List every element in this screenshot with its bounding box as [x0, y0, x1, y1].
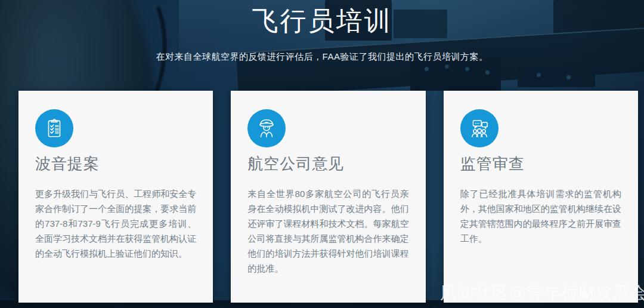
- pilot-icon: [247, 109, 286, 147]
- group-discussion-icon: [460, 109, 499, 147]
- card-body: 更多升级我们与飞行员、工程师和安全专家合作制订了一个全面的提案，要求当前的737…: [35, 186, 196, 261]
- cards-row: 波音提案 更多升级我们与飞行员、工程师和安全专家合作制订了一个全面的提案，要求当…: [18, 91, 638, 303]
- card-title: 监管审查: [460, 153, 621, 174]
- page-subtitle: 在对来自全球航空界的反馈进行评估后，FAA验证了我们提出的飞行员培训方案。: [0, 51, 644, 63]
- clipboard-checklist-icon: [35, 109, 73, 147]
- card-title: 航空公司意见: [247, 153, 408, 174]
- card-boeing-proposal: 波音提案 更多升级我们与飞行员、工程师和安全专家合作制订了一个全面的提案，要求当…: [18, 91, 213, 303]
- card-title: 波音提案: [35, 153, 196, 174]
- watermark: 风闻社区@青年横财发展会: [440, 282, 644, 304]
- card-body: 来自全世界80多家航空公司的飞行员亲身在全动模拟机中测试了改进内容。他们还评审了…: [247, 186, 408, 276]
- card-airline-feedback: 航空公司意见 来自全世界80多家航空公司的飞行员亲身在全动模拟机中测试了改进内容…: [231, 91, 425, 303]
- pilot-training-page: 飞行员培训 在对来自全球航空界的反馈进行评估后，FAA验证了我们提出的飞行员培训…: [0, 0, 644, 308]
- page-title: 飞行员培训: [0, 4, 644, 39]
- card-body: 除了已经批准具体培训需求的监管机构外，其他国家和地区的监管机构继续在设定其管辖范…: [460, 186, 621, 246]
- card-regulatory-review: 监管审查 除了已经批准具体培训需求的监管机构外，其他国家和地区的监管机构继续在设…: [444, 91, 638, 303]
